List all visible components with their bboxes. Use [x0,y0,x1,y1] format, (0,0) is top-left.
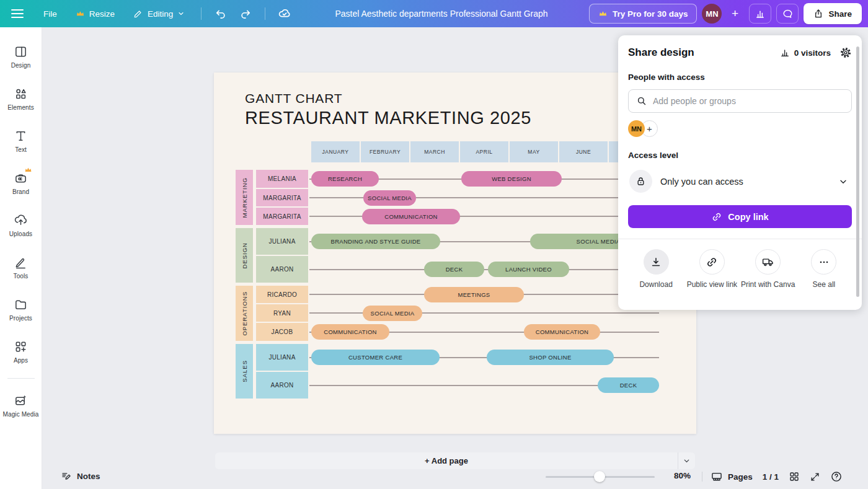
chevron-down-icon [838,177,848,187]
add-page-bar: + Add page [215,452,695,469]
person-cell[interactable]: JULIANA [256,344,308,371]
group-label-design[interactable]: DESIGN [236,228,253,283]
gantt-task-bar[interactable]: DECK [424,262,484,277]
resize-button[interactable]: Resize [68,5,122,23]
fullscreen-button[interactable] [810,472,820,482]
sidebar-divider [7,378,35,379]
gantt-task-bar[interactable]: BRANDING AND STYLE GUIDE [311,234,440,249]
access-level-selector[interactable]: Only you can access [628,167,852,195]
magic-media-icon [14,394,28,408]
sidebar-item-elements[interactable]: Elements [1,78,41,119]
add-page-button[interactable]: + Add page [215,456,678,465]
crown-icon [24,166,32,174]
undo-button[interactable] [210,4,231,24]
expand-icon [810,472,820,482]
add-people-field[interactable] [628,89,852,113]
person-cell[interactable]: MELANIA [256,170,308,188]
grid-view-button[interactable] [789,471,800,482]
gantt-task-bar[interactable]: COMMUNICATION [524,324,600,340]
invite-member-button[interactable]: + [725,4,744,23]
object-panel-sidebar: DesignElementsTextBrandUploadsToolsProje… [0,27,42,489]
group-label-operations[interactable]: OPERATIONS [236,286,253,341]
gantt-task-bar[interactable]: COMMUNICATION [311,324,389,340]
file-menu[interactable]: File [36,5,64,23]
share-settings-button[interactable] [839,46,852,59]
group-label-sales[interactable]: SALES [236,344,253,399]
help-button[interactable] [830,470,843,483]
person-cell[interactable]: JULIANA [256,228,308,255]
sidebar-item-label: Magic Media [3,411,39,418]
zoom-slider-thumb[interactable] [594,471,605,482]
notes-button[interactable]: Notes [61,470,100,482]
sidebar-item-text[interactable]: Text [1,120,41,161]
owner-avatar[interactable]: MN [628,120,645,137]
see-all-button[interactable]: See all [796,249,852,289]
person-cell[interactable]: AARON [256,256,308,283]
panel-scrollbar[interactable] [856,46,859,297]
panel-divider [618,239,862,239]
analytics-icon [780,48,790,58]
sidebar-item-magic-media[interactable]: Magic Media [1,385,41,426]
add-people-input[interactable] [653,96,844,106]
person-cell[interactable]: MARGARITA [256,208,308,225]
page-indicator: 1 / 1 [763,472,779,482]
person-cell[interactable]: JACOB [256,323,308,341]
search-icon [636,95,647,107]
public-view-link-button[interactable]: Public view link [684,249,740,289]
design-title[interactable]: Pastel Aesthetic departments Professiona… [335,9,547,19]
gantt-task-bar[interactable]: DECK [598,377,659,393]
sidebar-item-projects[interactable]: Projects [1,289,41,330]
chat-bubble-icon [782,8,794,20]
pages-icon [711,470,723,483]
person-cell[interactable]: AARON [256,372,308,399]
gear-icon [839,46,852,59]
gantt-task-bar[interactable]: COMMUNICATION [362,209,460,224]
month-header-cell[interactable]: JANUARY [311,141,360,162]
try-pro-button[interactable]: Try Pro for 30 days [589,4,698,24]
toolbar-divider [201,7,202,20]
gantt-task-bar[interactable]: SHOP ONLINE [487,350,614,365]
add-page-options-button[interactable] [678,452,695,469]
visitors-stat[interactable]: 0 visitors [780,48,831,58]
person-cell[interactable]: MARGARITA [256,189,308,206]
sidebar-item-brand[interactable]: Brand [1,162,41,203]
gantt-task-bar[interactable]: SOCIAL MEDIA [363,190,416,206]
sidebar-item-uploads[interactable]: Uploads [1,205,41,245]
pages-button[interactable]: Pages [711,470,753,483]
month-header-cell[interactable]: APRIL [460,141,508,162]
user-avatar[interactable]: MN [702,4,722,24]
gantt-task-bar[interactable]: LAUNCH VIDEO [488,262,569,277]
month-header-cell[interactable]: JUNE [559,141,608,162]
text-icon [14,129,28,143]
gantt-row-line [309,197,659,198]
month-header-cell[interactable]: MARCH [410,141,459,162]
gantt-task-bar[interactable]: RESEARCH [311,171,379,187]
sidebar-item-tools[interactable]: Tools [1,247,41,288]
sidebar-item-design[interactable]: Design [1,36,41,77]
group-label-marketing[interactable]: MARKETING [236,170,253,225]
person-cell[interactable]: RYAN [256,304,308,322]
zoom-level: 80% [666,471,691,480]
access-level-label: Access level [628,151,852,160]
comments-button[interactable] [776,4,799,24]
gantt-task-bar[interactable]: WEB DESIGN [461,171,562,187]
insights-button[interactable] [749,4,771,24]
gantt-task-bar[interactable]: CUSTOMER CARE [311,350,440,365]
gantt-task-bar[interactable]: SOCIAL MEDIA [363,306,422,321]
copy-link-button[interactable]: Copy link [628,205,852,228]
sidebar-item-apps[interactable]: Apps [1,331,41,372]
person-cell[interactable]: RICARDO [256,286,308,303]
editing-mode-selector[interactable]: Editing [126,4,192,23]
zoom-slider[interactable] [546,471,655,482]
month-header-cell[interactable]: FEBRUARY [361,141,409,162]
print-with-canva-button[interactable]: Print with Canva [740,249,796,289]
gantt-task-bar[interactable]: MEETINGS [424,287,524,302]
main-menu-icon[interactable] [11,9,24,18]
cloud-save-status-icon[interactable] [274,4,295,24]
resize-label: Resize [89,9,115,19]
share-button[interactable]: Share [804,3,862,24]
month-header-cell[interactable]: MAY [510,141,558,162]
download-button[interactable]: Download [628,249,684,289]
file-menu-label: File [43,9,57,19]
redo-button[interactable] [235,4,256,24]
